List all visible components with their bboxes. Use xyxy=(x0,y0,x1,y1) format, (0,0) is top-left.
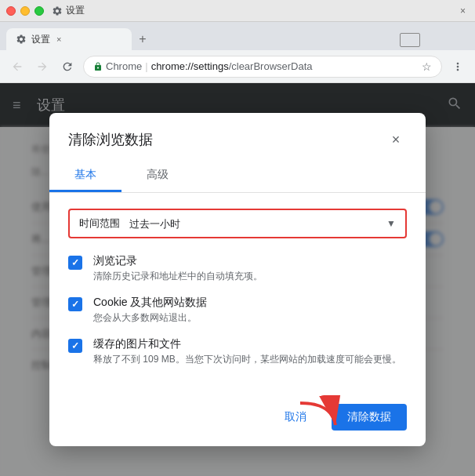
minimize-button[interactable] xyxy=(20,6,30,16)
time-range-row: 时间范围 过去一小时 过去24小时 过去7天 过去4周 全部时间 ▼ xyxy=(68,209,407,238)
window-control[interactable] xyxy=(400,33,420,47)
checkbox-1[interactable]: ✓ xyxy=(68,256,82,270)
lock-icon xyxy=(93,62,103,71)
url-separator: | xyxy=(145,60,147,72)
check-icon-3: ✓ xyxy=(71,340,79,351)
settings-page: ≡ 设置 将使用速记忽略共享资源通报生自动检查Google... 随... 使用… xyxy=(0,83,475,476)
reload-button[interactable] xyxy=(58,57,77,76)
tab-bar: 设置 × + xyxy=(0,22,475,50)
check-icon-1: ✓ xyxy=(71,257,79,268)
checkbox-2-desc: 您会从大多数网站退出。 xyxy=(93,311,207,325)
back-button[interactable] xyxy=(8,57,27,76)
new-tab-button[interactable]: + xyxy=(132,28,154,50)
tab-advanced[interactable]: 高级 xyxy=(121,160,194,192)
url-bar[interactable]: Chrome | chrome://settings /clearBrowser… xyxy=(83,56,442,78)
checkbox-2-label: Cookie 及其他网站数据 xyxy=(93,296,207,310)
dialog-title: 清除浏览数据 xyxy=(68,130,153,149)
dialog-footer: 取消 清除数据 xyxy=(49,394,426,446)
close-button[interactable] xyxy=(6,6,16,16)
traffic-lights xyxy=(6,6,44,16)
time-range-label: 时间范围 xyxy=(79,216,120,231)
tab-basic[interactable]: 基本 xyxy=(49,160,121,192)
tab-close-btn[interactable]: × xyxy=(56,35,61,44)
checkbox-3-label: 缓存的图片和文件 xyxy=(93,337,401,351)
tab-title: 设置 xyxy=(66,4,460,17)
address-bar: Chrome | chrome://settings /clearBrowser… xyxy=(0,50,475,83)
browser-menu-button[interactable] xyxy=(448,57,467,76)
clear-browsing-data-dialog: 清除浏览数据 × 基本 高级 时间范围 过去一小时 过去24小时 过去7天 过去… xyxy=(49,113,426,445)
title-bar: 设置 × xyxy=(0,0,475,22)
active-tab[interactable]: 设置 × xyxy=(6,28,132,50)
checkbox-2[interactable]: ✓ xyxy=(68,297,82,311)
checkbox-1-desc: 清除历史记录和地址栏中的自动填充项。 xyxy=(93,270,263,283)
tab-label: 设置 xyxy=(31,33,50,46)
checkbox-1-label: 浏览记录 xyxy=(93,254,263,268)
tab-close-x[interactable]: × xyxy=(460,5,466,16)
time-range-select[interactable]: 过去一小时 过去24小时 过去7天 过去4周 全部时间 xyxy=(129,218,377,230)
dropdown-arrow-icon: ▼ xyxy=(386,218,396,229)
url-path-text: /clearBrowserData xyxy=(229,60,313,72)
checkbox-cookies: ✓ Cookie 及其他网站数据 您会从大多数网站退出。 xyxy=(68,296,407,325)
maximize-button[interactable] xyxy=(34,6,44,16)
arrow-indicator xyxy=(292,395,347,438)
dialog-close-button[interactable]: × xyxy=(385,129,407,151)
star-icon[interactable]: ☆ xyxy=(422,60,432,73)
dialog-tabs: 基本 高级 xyxy=(49,160,426,193)
checkbox-cached-files: ✓ 缓存的图片和文件 释放了不到 109 MB。当您下次访问时，某些网站的加载速… xyxy=(68,337,407,366)
checkbox-3-desc: 释放了不到 109 MB。当您下次访问时，某些网站的加载速度可能会更慢。 xyxy=(93,353,401,366)
settings-tab-icon xyxy=(52,5,63,16)
dialog-body: 时间范围 过去一小时 过去24小时 过去7天 过去4周 全部时间 ▼ ✓ xyxy=(49,193,426,394)
checkbox-3[interactable]: ✓ xyxy=(68,339,82,353)
checkbox-browsing-history: ✓ 浏览记录 清除历史记录和地址栏中的自动填充项。 xyxy=(68,254,407,283)
tab-settings-icon xyxy=(16,34,27,45)
url-settings-text: chrome://settings xyxy=(151,60,229,72)
forward-button[interactable] xyxy=(33,57,52,76)
dialog-overlay: 清除浏览数据 × 基本 高级 时间范围 过去一小时 过去24小时 过去7天 过去… xyxy=(0,83,475,476)
check-icon-2: ✓ xyxy=(71,299,79,310)
dialog-header: 清除浏览数据 × xyxy=(49,113,426,151)
url-chrome-text: Chrome xyxy=(106,60,142,72)
